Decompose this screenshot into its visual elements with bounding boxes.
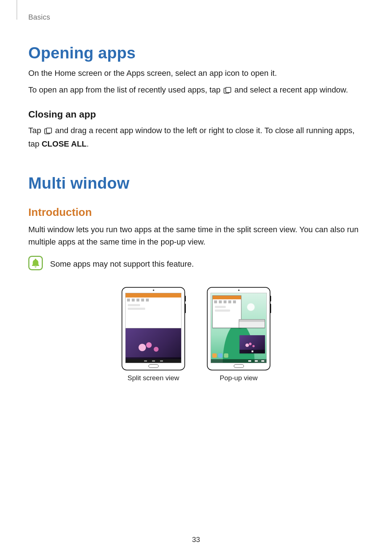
text: To open an app from the list of recently… bbox=[28, 85, 223, 94]
figure-popup: Pop-up view bbox=[207, 287, 270, 382]
heading-introduction: Introduction bbox=[28, 206, 364, 218]
heading-opening-apps: Opening apps bbox=[28, 44, 364, 62]
heading-closing-an-app: Closing an app bbox=[28, 109, 364, 120]
caption-split: Split screen view bbox=[122, 374, 185, 382]
paragraph-intro: Multi window lets you run two apps at th… bbox=[28, 223, 364, 248]
breadcrumb: Basics bbox=[28, 13, 364, 21]
paragraph-open-1: On the Home screen or the Apps screen, s… bbox=[28, 67, 364, 79]
heading-multi-window: Multi window bbox=[28, 174, 364, 192]
svg-rect-3 bbox=[46, 128, 52, 133]
recent-apps-icon bbox=[224, 85, 232, 97]
paragraph-open-2: To open an app from the list of recently… bbox=[28, 84, 364, 97]
tablet-mock-popup bbox=[207, 287, 270, 370]
tablet-mock-split bbox=[122, 287, 185, 370]
bell-icon bbox=[28, 256, 43, 272]
caption-popup: Pop-up view bbox=[207, 374, 270, 382]
note-callout: Some apps may not support this feature. bbox=[28, 256, 364, 272]
close-all-label: CLOSE ALL bbox=[42, 139, 87, 148]
text: . bbox=[87, 139, 89, 148]
page-number: 33 bbox=[0, 535, 392, 544]
note-text: Some apps may not support this feature. bbox=[50, 256, 194, 270]
text: and select a recent app window. bbox=[234, 85, 348, 94]
svg-rect-1 bbox=[226, 87, 231, 93]
text: Tap bbox=[28, 126, 44, 135]
recent-apps-icon bbox=[44, 126, 52, 138]
page-edge-rule bbox=[17, 0, 17, 20]
paragraph-closing: Tap and drag a recent app window to the … bbox=[28, 124, 364, 150]
figure-split-screen: Split screen view bbox=[122, 287, 185, 382]
